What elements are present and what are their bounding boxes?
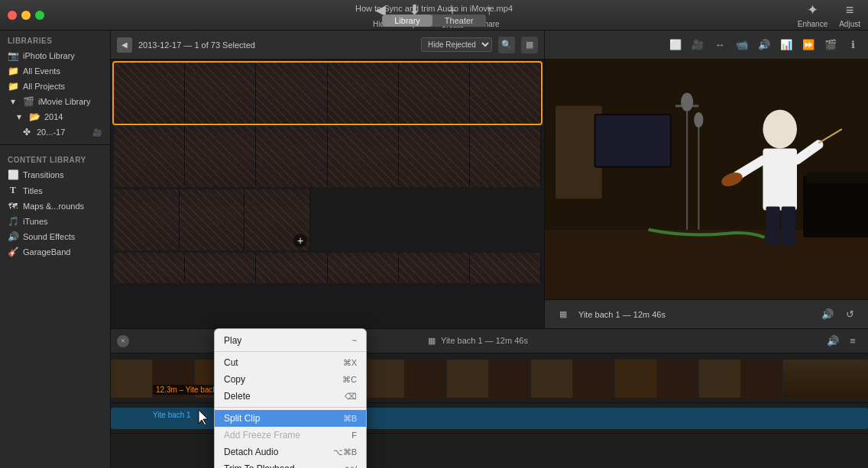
context-menu-copy[interactable]: Copy ⌘C [215, 371, 366, 388]
split-clip-shortcut: ⌘B [343, 414, 357, 424]
video-scene [545, 60, 868, 299]
hide-rejected-select[interactable]: Hide Rejected [421, 37, 492, 52]
clip-button[interactable]: 🎬 [821, 36, 840, 54]
context-menu: Play ~ Cut ⌘X Copy ⌘C Delete ⌫ Split Cli… [214, 328, 367, 468]
context-menu-trim-to-playhead[interactable]: Trim To Playhead ⌥/ [215, 460, 366, 468]
sidebar-item-titles[interactable]: T Titles [0, 182, 110, 198]
volume-button[interactable]: 🔊 [755, 36, 773, 54]
context-menu-play[interactable]: Play ~ [215, 332, 366, 349]
folder-2014-label: 2014 [44, 112, 63, 121]
sidebar-item-transitions[interactable]: ⬜ Transitions [0, 167, 110, 182]
clip-thumb [531, 360, 573, 398]
camera-button[interactable]: 🎥 [688, 36, 707, 54]
eq-button[interactable]: 📊 [777, 36, 795, 54]
all-events-label: All Events [23, 66, 60, 76]
clip-thumb [489, 360, 531, 398]
date-icon: ✤ [21, 127, 32, 137]
enhance-button[interactable]: ✦ Enhance [798, 2, 828, 28]
grid-view-button[interactable]: ▦ [521, 37, 538, 53]
content-library-header: CONTENT LIBRARY [0, 150, 110, 167]
tab-group: Library Theater [382, 15, 486, 27]
flip-button[interactable]: ↔ [711, 36, 729, 54]
timeline-close-button[interactable]: × [117, 335, 129, 347]
timeline-settings-icon[interactable]: ≡ [844, 332, 862, 350]
clip-thumb [363, 360, 405, 398]
context-menu-sep-2 [215, 407, 366, 408]
split-clip-label: Split Clip [224, 413, 260, 424]
tab-theater[interactable]: Theater [432, 15, 486, 27]
preview-pane: ⬜ 🎥 ↔ 📹 🔊 📊 ⏩ 🎬 ℹ [545, 31, 868, 328]
svg-point-8 [681, 93, 693, 111]
sidebar-item-maps[interactable]: 🗺 Maps &...rounds [0, 198, 110, 214]
sidebar-item-imovie-library[interactable]: ▾ 🎬 iMovie Library [0, 94, 110, 109]
sidebar-item-all-projects[interactable]: 📁 All Projects [0, 79, 110, 94]
minimize-window-button[interactable] [21, 11, 31, 20]
clip-thumb [615, 360, 657, 398]
thumb-row-3: + [114, 189, 541, 250]
thumbnail-strip-4[interactable] [114, 253, 541, 283]
thumb-cell [180, 189, 245, 250]
clip-thumb [573, 360, 615, 398]
title-bar: ◀ Hide ⬇ Import ＋ Create ↑ Share How to … [0, 0, 868, 31]
cut-label: Cut [224, 357, 238, 368]
sidebar-item-garageband[interactable]: 🎸 GarageBand [0, 244, 110, 260]
titles-icon: T [8, 185, 18, 196]
thumb-cell [328, 253, 399, 283]
title-center: How to Sync and trim Audio in iMovie.mp4… [355, 4, 513, 27]
itunes-label: iTunes [23, 217, 48, 226]
browser-toolbar: ◀ 2013-12-17 — 1 of 73 Selected Hide Rej… [111, 31, 544, 60]
sidebar-item-all-events[interactable]: 📁 All Events [0, 63, 110, 79]
sidebar-item-2014[interactable]: ▾ 📂 2014 [0, 109, 110, 124]
add-to-timeline-button[interactable]: + [293, 234, 307, 247]
transitions-icon: ⬜ [8, 169, 18, 180]
close-window-button[interactable] [8, 11, 17, 20]
copy-shortcut: ⌘C [342, 375, 357, 385]
thumb-cell [256, 63, 327, 124]
freeze-frame-label: Add Freeze Frame [224, 430, 300, 441]
thumbnail-strip-2[interactable] [114, 126, 541, 187]
tab-library[interactable]: Library [382, 15, 432, 27]
thumbnail-strip-selected[interactable] [114, 63, 541, 124]
thumb-cell [328, 126, 399, 187]
stabilize-button[interactable]: 📹 [733, 36, 751, 54]
context-menu-delete[interactable]: Delete ⌫ [215, 388, 366, 405]
thumbnail-grid[interactable]: + [111, 60, 544, 328]
sidebar-item-date[interactable]: ✤ 20...-17 🎥 [0, 124, 110, 140]
crop-button[interactable]: ⬜ [666, 36, 685, 54]
context-menu-cut[interactable]: Cut ⌘X [215, 354, 366, 371]
fullscreen-window-button[interactable] [35, 11, 44, 20]
thumb-cell [114, 63, 185, 124]
sidebar-item-sound-effects[interactable]: 🔊 Sound Effects [0, 229, 110, 244]
search-button[interactable]: 🔍 [498, 37, 515, 53]
browser: ◀ 2013-12-17 — 1 of 73 Selected Hide Rej… [111, 31, 545, 328]
context-menu-split-clip[interactable]: Split Clip ⌘B [215, 410, 366, 427]
sidebar-item-itunes[interactable]: 🎵 iTunes [0, 214, 110, 229]
svg-rect-4 [803, 176, 868, 237]
timeline-icon: ▦ [428, 336, 436, 345]
play-label: Play [224, 335, 241, 346]
thumbnail-strip-3[interactable]: + [114, 189, 310, 250]
folder-2014-icon: ▾ [14, 111, 24, 122]
speed-button[interactable]: ⏩ [799, 36, 818, 54]
context-menu-detach-audio[interactable]: Detach Audio ⌥⌘B [215, 444, 366, 460]
thumb-row-2 [114, 126, 541, 187]
browser-back-button[interactable]: ◀ [117, 37, 132, 53]
adjust-button[interactable]: ≡ Adjust [839, 2, 860, 28]
maps-icon: 🗺 [8, 201, 18, 211]
context-menu-freeze-frame: Add Freeze Frame F [215, 427, 366, 444]
preview-footer: ▦ Yite bach 1 — 12m 46s 🔊 ↺ [545, 299, 868, 328]
toolbar-right: ✦ Enhance ≡ Adjust [798, 2, 860, 28]
play-shortcut: ~ [352, 336, 357, 345]
clip-thumb [405, 360, 447, 398]
freeze-frame-shortcut: F [351, 431, 357, 440]
svg-rect-1 [545, 230, 868, 299]
window-title: How to Sync and trim Audio in iMovie.mp4 [355, 4, 513, 13]
trim-shortcut: ⌥/ [345, 464, 357, 469]
sidebar-item-iphoto[interactable]: 📷 iPhoto Library [0, 48, 110, 63]
info-button[interactable]: ℹ [844, 36, 862, 54]
iphoto-label: iPhoto Library [23, 51, 75, 60]
thumb-row-4 [114, 253, 541, 283]
titles-label: Titles [23, 186, 43, 195]
iphoto-icon: 📷 [8, 50, 18, 61]
thumb-cell [114, 126, 185, 187]
